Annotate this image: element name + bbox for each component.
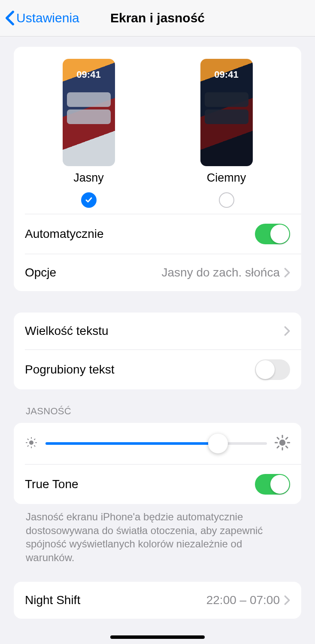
svg-line-5 [28,439,29,440]
appearance-radio-dark[interactable] [219,192,234,208]
text-group: Wielkość tekstu Pogrubiony tekst [14,313,301,389]
chevron-right-icon [284,326,290,336]
automatic-toggle[interactable] [255,224,290,244]
appearance-label-dark: Ciemny [207,171,246,185]
svg-point-9 [279,440,285,446]
true-tone-row: True Tone [14,465,301,504]
nav-header: Ustawienia Ekran i jasność [0,0,315,36]
bold-text-label: Pogrubiony tekst [25,363,115,377]
svg-line-16 [277,446,279,448]
appearance-preview-dark: 09:41 [200,59,253,166]
night-shift-group: Night Shift 22:00 – 07:00 [14,582,301,619]
svg-line-17 [286,437,288,439]
svg-line-14 [277,437,279,439]
true-tone-label: True Tone [25,477,79,491]
night-shift-label: Night Shift [25,593,80,607]
options-row[interactable]: Opcje Jasny do zach. słońca [14,254,301,291]
true-tone-footer: Jasność ekranu iPhone'a będzie automatyc… [14,504,301,565]
svg-point-0 [29,440,33,445]
brightness-group: True Tone [14,423,301,504]
brightness-slider-row [14,423,301,464]
automatic-row: Automatycznie [14,214,301,254]
preview-time: 09:41 [63,69,115,80]
svg-line-8 [34,439,35,440]
chevron-right-icon [284,595,290,605]
appearance-row: 09:41 Jasny 09:41 Ciemny [14,47,301,214]
svg-line-6 [34,446,35,447]
night-shift-row[interactable]: Night Shift 22:00 – 07:00 [14,582,301,619]
brightness-slider[interactable] [45,442,267,445]
back-label: Ustawienia [16,11,79,25]
chevron-right-icon [284,267,290,278]
sun-small-icon [25,436,38,451]
svg-line-15 [286,446,288,448]
sun-large-icon [275,435,290,452]
text-size-label: Wielkość tekstu [25,324,109,338]
back-button[interactable]: Ustawienia [5,10,79,26]
appearance-option-dark[interactable]: 09:41 Ciemny [200,59,253,208]
bold-text-row: Pogrubiony tekst [14,350,301,389]
home-indicator[interactable] [110,635,205,639]
preview-time: 09:41 [200,69,253,80]
true-tone-toggle[interactable] [255,474,290,495]
check-icon [85,196,93,204]
chevron-left-icon [5,10,15,26]
options-detail: Jasny do zach. słońca [162,266,280,279]
brightness-section-label: JASNOŚĆ [14,389,301,420]
automatic-label: Automatycznie [25,227,104,241]
appearance-group: 09:41 Jasny 09:41 Ciemny [14,47,301,291]
appearance-label-light: Jasny [73,171,104,185]
appearance-preview-light: 09:41 [63,59,115,166]
appearance-option-light[interactable]: 09:41 Jasny [63,59,115,208]
bold-text-toggle[interactable] [255,359,290,380]
options-label: Opcje [25,266,56,279]
svg-line-7 [28,446,29,447]
text-size-row[interactable]: Wielkość tekstu [14,313,301,349]
appearance-radio-light[interactable] [81,192,97,208]
page-title: Ekran i jasność [110,11,205,25]
night-shift-detail: 22:00 – 07:00 [206,593,280,607]
